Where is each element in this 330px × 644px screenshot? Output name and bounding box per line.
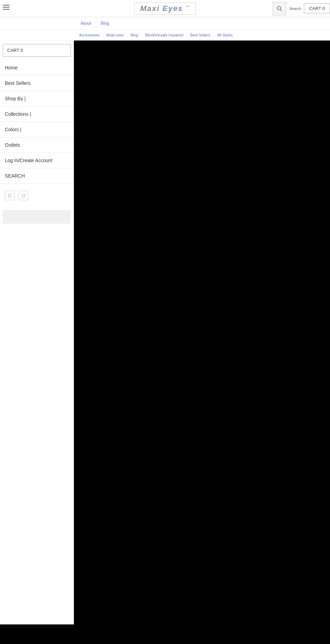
sidebar-item-home[interactable]: Home — [0, 60, 74, 76]
header-right: Search CART 0 — [273, 2, 330, 15]
sidebar-item-search[interactable]: SEARCH — [0, 168, 74, 184]
sidebar: CART 0 Home Best Sellers Shop By Collect… — [0, 41, 74, 624]
svg-line-1 — [280, 9, 282, 11]
sidebar-cart-button[interactable]: CART 0 — [3, 44, 71, 57]
sidebar-item-shopby[interactable]: Shop By — [0, 91, 74, 106]
sidebar-item-outlets[interactable]: Outlets — [0, 137, 74, 153]
sub-nav-bestsellers[interactable]: Best Sellers — [187, 33, 214, 37]
sidebar-item-login[interactable]: Log In/Create Account — [0, 153, 74, 168]
header-search-label: Search — [286, 7, 304, 11]
facebook-icon[interactable]: □ — [5, 191, 14, 200]
header-cart-button[interactable]: CART 0 — [304, 3, 330, 13]
sidebar-social: □ □ — [0, 184, 74, 207]
instagram-icon[interactable]: □ — [19, 191, 28, 200]
sub-nav: Accessories Multi-color Blog Blind/Visua… — [0, 30, 330, 41]
sub-nav-accessories[interactable]: Accessories — [76, 33, 103, 37]
sidebar-footer-box — [3, 210, 71, 224]
sub-nav-multicolor[interactable]: Multi-color — [103, 33, 127, 37]
top-nav-about[interactable]: About — [76, 21, 96, 26]
svg-point-0 — [277, 6, 281, 10]
top-nav-blog[interactable]: Blog — [96, 21, 114, 26]
logo-maxi: Maxi — [140, 4, 160, 13]
logo-trademark: ™ — [186, 5, 190, 9]
search-icon[interactable] — [273, 2, 286, 15]
main-content — [74, 41, 330, 624]
header: Maxi Eyes ™ Search CART 0 — [0, 0, 330, 17]
sidebar-item-bestsellers[interactable]: Best Sellers — [0, 76, 74, 91]
sidebar-item-colors[interactable]: Colors — [0, 122, 74, 137]
main-layout: CART 0 Home Best Sellers Shop By Collect… — [0, 41, 330, 624]
sub-nav-blog[interactable]: Blog — [127, 33, 142, 37]
sub-nav-allstyles[interactable]: All Styles — [214, 33, 236, 37]
hamburger-menu-icon[interactable] — [3, 5, 10, 10]
sub-nav-blind[interactable]: Blind/Visually Impaired — [142, 33, 187, 37]
logo-eyes: Eyes — [163, 4, 183, 13]
top-nav: About Blog — [0, 17, 330, 30]
site-logo[interactable]: Maxi Eyes ™ — [134, 2, 196, 15]
sidebar-item-collections[interactable]: Collections — [0, 106, 74, 122]
